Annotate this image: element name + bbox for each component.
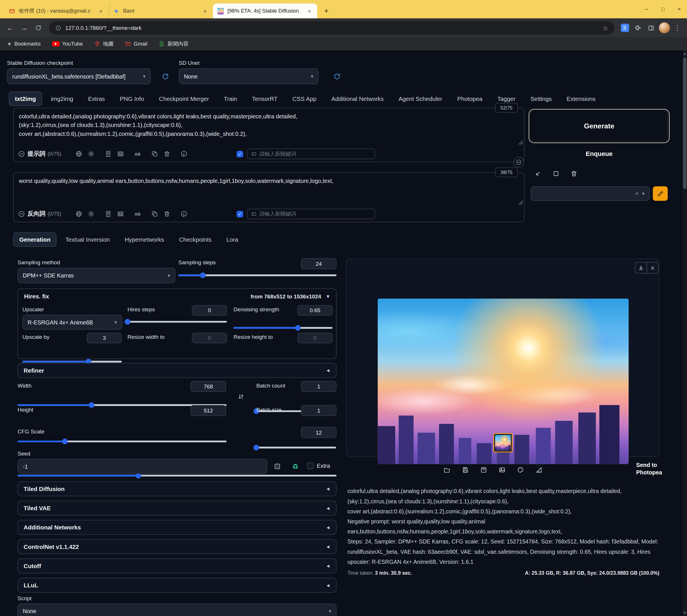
styles-dropdown[interactable]: × ▾ [531,186,650,201]
sampling-method-dropdown[interactable]: DPM++ SDE Karras ▾ [18,268,175,283]
send-to-photopea-button[interactable]: Send to Photopea [636,461,668,476]
translate-ab-icon[interactable]: AB [132,150,143,158]
swap-dimensions-button[interactable] [233,389,248,403]
edit-styles-button[interactable] [653,186,668,201]
bookmark-star-icon[interactable]: ☆ [602,24,608,31]
accordion-tiled-diffusion[interactable]: Tiled Diffusion◄ [18,481,336,496]
batch-size-value[interactable]: 1 [301,405,337,416]
language-icon[interactable] [74,149,84,159]
translate-extension-icon[interactable]: 文 [619,22,631,34]
settings-gear-icon[interactable] [86,209,96,219]
clear-styles-icon[interactable]: × [635,190,639,197]
close-icon[interactable]: × [201,7,208,14]
prompt-textarea[interactable]: colorful,ultra detailed,(analog photogra… [14,108,524,146]
accordion-controlnet[interactable]: ControlNet v1.1.422◄ [18,539,336,554]
cfg-scale-value[interactable]: 12 [301,427,337,438]
minimize-button[interactable]: ─ [645,6,648,12]
page-scrollbar[interactable] [683,50,687,616]
main-tab[interactable]: txt2img [9,92,42,106]
forward-button[interactable]: → [18,21,31,35]
clear-prompt-button[interactable] [549,166,564,181]
site-info-icon[interactable] [55,25,61,31]
main-tab[interactable]: Settings [524,92,558,106]
bookmark-youtube[interactable]: YouTube [52,41,83,47]
sd-unet-dropdown[interactable]: None ▾ [179,68,319,84]
batch-count-value[interactable]: 1 [301,381,337,392]
scroll-up-arrow[interactable] [683,50,687,57]
main-tab[interactable]: Extensions [560,92,602,106]
side-panel-icon[interactable] [645,22,657,34]
settings-gear-icon[interactable] [86,149,96,159]
close-icon[interactable]: × [97,7,104,14]
resize-height-value[interactable]: 0 [297,333,332,344]
favorites-icon[interactable] [115,149,126,159]
extra-checkbox[interactable] [307,462,314,469]
main-tab[interactable]: Agent Scheduler [392,92,448,106]
denoising-strength-slider[interactable] [233,325,333,331]
send-to-inpaint-icon[interactable] [513,462,528,477]
resize-width-value[interactable]: 0 [192,333,227,344]
send-to-extras-icon[interactable] [531,462,546,477]
maximize-button[interactable]: □ [662,6,665,12]
new-tab-button[interactable]: + [321,5,332,17]
main-tab[interactable]: Checkpoint Merger [153,92,215,106]
address-bar[interactable]: 127.0.0.1:7860/?__theme=dark ☆ [49,21,614,35]
collapse-prompts-button[interactable] [513,157,524,168]
main-tab[interactable]: Additional Networks [325,92,390,106]
negative-prompt-textarea[interactable]: worst quality,quality,low quality,animal… [14,173,524,206]
back-button[interactable]: ← [3,21,17,35]
enqueue-button[interactable]: Enqueue [531,145,668,162]
seed-input[interactable]: -1 [18,459,267,474]
keyword-checkbox[interactable]: ✓ [237,151,243,157]
format-icon[interactable] [179,149,189,159]
random-seed-dice-icon[interactable] [270,459,285,474]
accordion-cutoff[interactable]: Cutoff◄ [18,558,336,573]
copy-icon[interactable] [149,149,160,159]
save-image-icon[interactable] [458,462,473,477]
copy-icon[interactable] [149,209,160,219]
height-value[interactable]: 512 [190,405,226,416]
translate-ab-icon[interactable]: AB [132,210,143,218]
refresh-unet-button[interactable] [329,68,345,84]
main-tab[interactable]: CSS App [286,92,323,106]
collapse-arrow-icon[interactable]: ▼ [325,294,330,299]
batch-size-slider[interactable] [256,445,336,450]
close-image-icon[interactable] [647,263,658,273]
accordion-additional-networks[interactable]: Additional Networks◄ [18,520,336,535]
hires-fix-panel[interactable]: Hires. fix from 768x512 to 1536x1024 ▼ U… [18,288,336,359]
extensions-puzzle-icon[interactable] [632,22,644,34]
trash-icon[interactable] [566,166,581,181]
width-value[interactable]: 768 [190,381,226,392]
scroll-down-arrow[interactable] [683,610,687,616]
refresh-checkpoint-button[interactable] [158,68,173,84]
chevron-down-circle-icon[interactable] [18,151,25,157]
save-zip-icon[interactable] [476,462,491,477]
bookmark-maps[interactable]: 地圖 [94,40,113,48]
reload-button[interactable] [31,21,45,35]
extra-seed-option[interactable]: Extra [307,462,330,469]
close-window-button[interactable]: × [678,6,681,12]
language-icon[interactable] [74,209,84,219]
paste-prompt-button[interactable] [531,166,546,181]
bookmark-news[interactable]: 新聞內容 [159,40,188,48]
hires-steps-slider[interactable] [128,319,227,325]
close-icon[interactable]: × [306,7,313,14]
main-tab[interactable]: img2img [45,92,79,106]
browser-tab-bard[interactable]: Bard × [109,3,213,18]
delete-icon[interactable] [162,209,172,219]
upscaler-dropdown[interactable]: R-ESRGAN 4x+ Anime6B ▾ [22,315,122,330]
sub-tab[interactable]: Textual Inversion [59,233,116,247]
height-slider[interactable] [18,438,226,444]
hires-steps-value[interactable]: 0 [192,305,227,315]
favorites-icon[interactable] [115,209,126,219]
gallery-thumbnail[interactable] [493,433,512,452]
format-icon[interactable] [179,209,189,219]
avatar[interactable] [658,22,670,34]
new-keyword-input[interactable] [259,151,371,157]
sub-tab[interactable]: Checkpoints [173,233,217,247]
browser-tab-stable-diffusion[interactable]: [98% ETA: 4s] Stable Diffusion × [213,3,317,18]
new-keyword-input[interactable] [259,211,371,217]
main-tab[interactable]: Photopea [451,92,488,106]
main-tab[interactable]: Extras [82,92,111,106]
reuse-seed-recycle-icon[interactable]: ♻ [288,459,303,474]
